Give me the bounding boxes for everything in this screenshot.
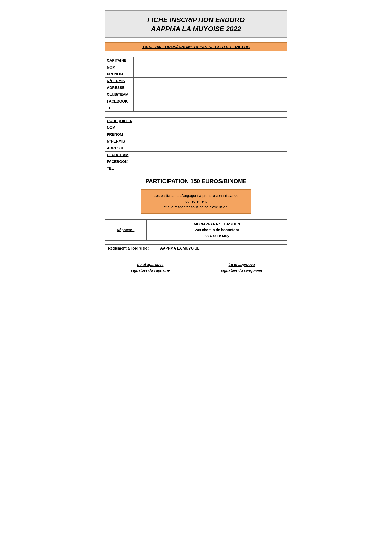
table-row: Réponse : Mr CIAPPARA SEBASTIEN 249 chem… [105, 219, 287, 240]
table-row: PRENOM [105, 131, 287, 138]
tel-value-cap[interactable] [134, 105, 287, 111]
nom-value-cap[interactable] [134, 64, 287, 71]
response-label: Réponse : [105, 219, 147, 240]
table-row: Lu et approuve signature du capitaine Lu… [105, 258, 287, 300]
reglement-label: Règlement à l'ordre de : [105, 244, 157, 252]
capitaine-header-value [134, 57, 287, 64]
tarif-band: TARIF 150 EUROS/BINOME REPAS DE CLOTURE … [105, 42, 287, 51]
table-row: NOM [105, 64, 287, 71]
facebook-value-cap[interactable] [134, 98, 287, 105]
table-row: FACEBOOK [105, 98, 287, 105]
table-row: Règlement à l'ordre de : AAPPMA LA MUYOI… [105, 244, 287, 252]
signature-capitaine-text: Lu et approuve signature du capitaine [110, 262, 191, 274]
response-table: Réponse : Mr CIAPPARA SEBASTIEN 249 chem… [105, 219, 287, 241]
prenom-label-coh: PRENOM [105, 131, 135, 138]
signature-capitaine-cell: Lu et approuve signature du capitaine [105, 258, 196, 300]
cohequipier-table: COHEQUIPIER NOM PRENOM N°PERMIS ADRESSE … [105, 117, 287, 172]
table-row: TEL [105, 165, 287, 172]
tarif-text: TARIF 150 EUROS/BINOME REPAS DE CLOTURE … [142, 44, 250, 49]
capitaine-header: CAPITAINE [105, 57, 134, 64]
npermis-label-coh: N°PERMIS [105, 138, 135, 145]
club-label-cap: CLUB/TEAM [105, 91, 134, 98]
response-line3: 83 490 Le Muy [205, 234, 229, 238]
table-row: CLUB/TEAM [105, 91, 287, 98]
rules-line3: et à le respecter sous peine d'exclusion… [164, 205, 229, 209]
signature-coequipier-cell: Lu et approuve signature du coequipier [196, 258, 287, 300]
participation-heading: PARTICIPATION 150 EUROS/BINOME [105, 178, 287, 185]
table-row: TEL [105, 105, 287, 111]
table-row: FACEBOOK [105, 158, 287, 165]
cohequipier-header-value [135, 117, 287, 124]
page-title: FICHE INSCRIPTION ENDURO AAPPMA LA MUYOI… [110, 16, 282, 33]
response-line2: 249 chemin de bonnefont [195, 228, 239, 232]
title-line2: AAPPMA LA MUYOISE 2022 [151, 25, 241, 33]
table-row: CAPITAINE [105, 57, 287, 64]
capitaine-table: CAPITAINE NOM PRENOM N°PERMIS ADRESSE CL… [105, 57, 287, 112]
response-line1: Mr CIAPPARA SEBASTIEN [194, 222, 240, 226]
sig-coh-line1: Lu et approuve [229, 263, 255, 267]
nom-label-cap: NOM [105, 64, 134, 71]
prenom-value-coh[interactable] [135, 131, 287, 138]
adresse-value-coh[interactable] [135, 145, 287, 151]
table-row: COHEQUIPIER [105, 117, 287, 124]
npermis-value-coh[interactable] [135, 138, 287, 145]
adresse-label-coh: ADRESSE [105, 145, 135, 151]
rules-line1: Les participants s'engagent a prendre co… [154, 194, 238, 198]
reglement-value: AAPPMA LA MUYOISE [157, 244, 287, 252]
prenom-label-cap: PRENOM [105, 71, 134, 77]
tel-value-coh[interactable] [135, 165, 287, 172]
club-label-coh: CLUB/TEAM [105, 151, 135, 158]
rules-box: Les participants s'engagent a prendre co… [141, 189, 251, 214]
response-value: Mr CIAPPARA SEBASTIEN 249 chemin de bonn… [147, 219, 287, 240]
sig-cap-line2: signature du capitaine [131, 268, 170, 273]
rules-text: Les participants s'engagent a prendre co… [147, 193, 245, 210]
club-value-coh[interactable] [135, 151, 287, 158]
npermis-value-cap[interactable] [134, 77, 287, 84]
table-row: ADRESSE [105, 145, 287, 151]
table-row: PRENOM [105, 71, 287, 77]
title-line1: FICHE INSCRIPTION ENDURO [147, 16, 245, 24]
tel-label-coh: TEL [105, 165, 135, 172]
club-value-cap[interactable] [134, 91, 287, 98]
title-box: FICHE INSCRIPTION ENDURO AAPPMA LA MUYOI… [105, 10, 287, 38]
facebook-label-coh: FACEBOOK [105, 158, 135, 165]
table-row: ADRESSE [105, 84, 287, 91]
facebook-label-cap: FACEBOOK [105, 98, 134, 105]
table-row: N°PERMIS [105, 138, 287, 145]
table-row: NOM [105, 124, 287, 131]
tel-label-cap: TEL [105, 105, 134, 111]
sig-cap-line1: Lu et approuve [137, 263, 163, 267]
cohequipier-header: COHEQUIPIER [105, 117, 135, 124]
signature-table: Lu et approuve signature du capitaine Lu… [105, 258, 287, 300]
npermis-label-cap: N°PERMIS [105, 77, 134, 84]
sig-coh-line2: signature du coequipier [221, 268, 262, 273]
signature-coequipier-text: Lu et approuve signature du coequipier [201, 262, 282, 274]
adresse-label-cap: ADRESSE [105, 84, 134, 91]
prenom-value-cap[interactable] [134, 71, 287, 77]
reglement-table: Règlement à l'ordre de : AAPPMA LA MUYOI… [105, 244, 287, 252]
rules-line2: du reglement [185, 199, 207, 203]
nom-value-coh[interactable] [135, 124, 287, 131]
adresse-value-cap[interactable] [134, 84, 287, 91]
facebook-value-coh[interactable] [135, 158, 287, 165]
table-row: CLUB/TEAM [105, 151, 287, 158]
table-row: N°PERMIS [105, 77, 287, 84]
page: FICHE INSCRIPTION ENDURO AAPPMA LA MUYOI… [105, 10, 287, 300]
nom-label-coh: NOM [105, 124, 135, 131]
